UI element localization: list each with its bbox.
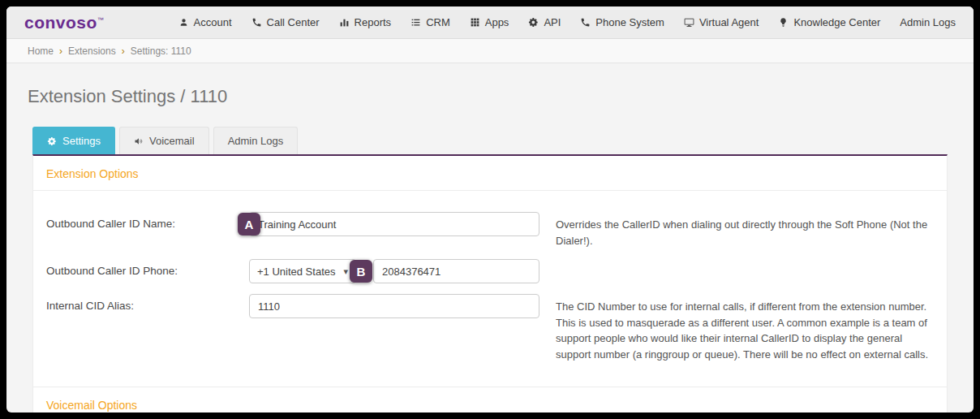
nav-item-knowledge-center[interactable]: Knowledge Center [778,16,880,28]
field-help-text: Overrides the CallerID when dialing out … [556,212,934,248]
screenshot-frame: convoso™ Account Call Center Reports CRM [0,0,980,419]
nav-item-label: CRM [426,16,450,28]
tab-admin-logs[interactable]: Admin Logs [213,127,299,154]
field-help-text: The CID Number to use for internal calls… [556,294,934,362]
nav-item-reports[interactable]: Reports [339,16,392,28]
tab-voicemail[interactable]: Voicemail [119,127,209,154]
row-outbound-caller-id-phone: Outbound Caller ID Phone: +1 United Stat… [46,259,934,283]
tab-label: Settings [62,135,101,147]
phone-icon [580,17,591,28]
internal-cid-alias-input[interactable] [249,294,539,318]
nav-item-virtual-agent[interactable]: Virtual Agent [684,16,759,28]
breadcrumb-separator: › [122,45,125,57]
lightbulb-icon [778,17,789,28]
breadcrumb-home[interactable]: Home [28,45,54,57]
nav-item-label: Reports [355,16,392,28]
nav-items: Account Call Center Reports CRM Apps [178,16,956,28]
breadcrumb-separator: › [59,45,62,57]
nav-item-phone-system[interactable]: Phone System [580,16,664,28]
grid-icon [470,17,480,28]
section-title-extension-options: Extension Options [33,156,947,191]
list-icon [410,17,421,28]
tab-bar: Settings Voicemail Admin Logs [32,127,948,154]
annotation-a-badge: A [238,213,260,235]
nav-item-label: Knowledge Center [793,16,880,28]
speaker-icon [134,136,144,146]
tab-settings[interactable]: Settings [32,127,115,154]
extension-options-form: Outbound Caller ID Name: A Overrides the… [33,191,947,362]
nav-item-label: Account [194,16,232,28]
nav-item-label: Admin Logs [900,16,956,28]
section-title-voicemail-options: Voicemail Options [33,387,947,413]
page-title: Extension Settings / 1110 [28,86,952,107]
breadcrumb-current: Settings: 1110 [131,45,191,57]
country-code-value: +1 United States [257,266,335,278]
tab-label: Admin Logs [228,135,284,147]
field-controls: A [249,212,539,236]
nav-item-crm[interactable]: CRM [410,16,450,28]
nav-item-label: Apps [485,16,509,28]
convoso-logo[interactable]: convoso™ [24,14,104,31]
country-code-select[interactable]: +1 United States ▾ [249,259,356,283]
chevron-down-icon: ▾ [343,266,348,277]
gear-icon [47,136,57,146]
nav-item-label: Call Center [267,16,320,28]
field-label: Outbound Caller ID Name: [46,212,249,230]
nav-item-call-center[interactable]: Call Center [251,16,320,28]
field-controls: +1 United States ▾ B [249,259,539,283]
outbound-caller-id-name-input[interactable] [249,212,539,236]
gear-icon [528,17,539,28]
nav-item-label: API [544,16,561,28]
phone-icon [251,17,262,28]
nav-item-account[interactable]: Account [178,16,232,28]
breadcrumb-extensions[interactable]: Extensions [68,45,116,57]
trademark-mark: ™ [97,16,105,24]
bar-chart-icon [339,17,350,28]
monitor-icon [684,17,694,28]
nav-item-api[interactable]: API [528,16,561,28]
annotation-b-badge: B [350,260,372,283]
nav-item-label: Phone System [595,16,664,28]
tab-label: Voicemail [149,135,195,147]
logo-text: convoso [24,13,97,32]
nav-item-apps[interactable]: Apps [470,16,509,28]
field-label: Internal CID Alias: [46,294,249,312]
app-window: convoso™ Account Call Center Reports CRM [6,6,974,413]
breadcrumb: Home › Extensions › Settings: 1110 [6,39,974,63]
field-label: Outbound Caller ID Phone: [46,259,249,277]
row-internal-cid-alias: Internal CID Alias: The CID Number to us… [46,294,934,362]
top-navbar: convoso™ Account Call Center Reports CRM [6,6,974,39]
row-outbound-caller-id-name: Outbound Caller ID Name: A Overrides the… [46,212,934,248]
nav-item-admin-logs[interactable]: Admin Logs [900,16,956,28]
field-controls [249,294,539,318]
nav-item-label: Virtual Agent [699,16,759,28]
settings-panel: Extension Options Outbound Caller ID Nam… [32,154,948,413]
outbound-caller-id-phone-input[interactable] [373,259,539,283]
user-icon [178,17,189,28]
